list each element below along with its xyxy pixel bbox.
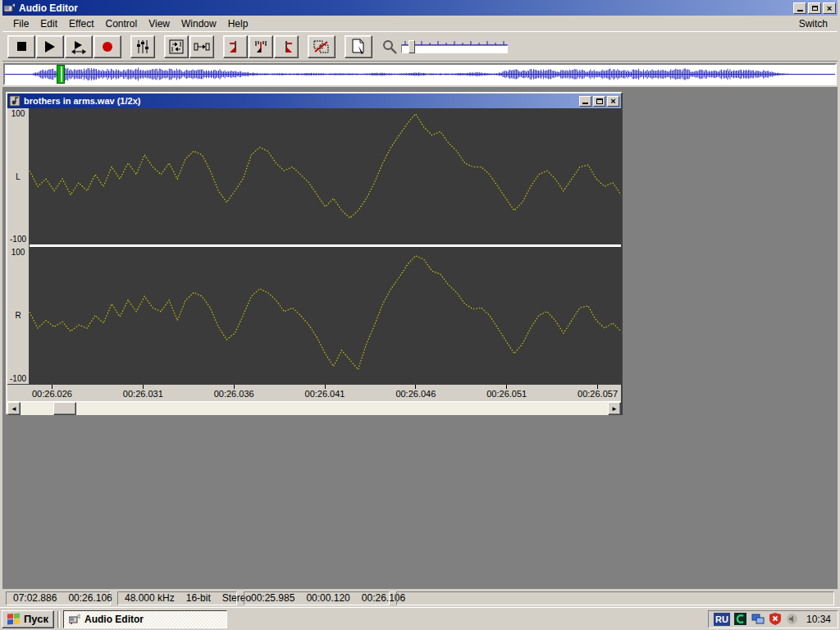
right-min-label: -100 (10, 374, 26, 383)
right-max-label: 100 (11, 248, 25, 257)
cursor-marker-button[interactable] (249, 35, 273, 58)
task-app-icon (69, 614, 80, 625)
play-icon (45, 41, 55, 52)
taskbar: Пуск Audio Editor RU (0, 607, 840, 630)
restore-button[interactable] (808, 2, 821, 14)
overview-waveform[interactable] (3, 63, 837, 85)
selection-end-marker-icon (279, 39, 294, 54)
close-button[interactable]: × (823, 2, 836, 14)
selection-end-marker-button[interactable] (274, 35, 299, 58)
screen: Audio Editor × File Edit Effect Control … (0, 0, 840, 630)
play-selection-icon (71, 39, 86, 54)
time-label: 00:26.026 (32, 389, 72, 399)
task-button-label: Audio Editor (84, 614, 144, 625)
taskbar-task-audio-editor[interactable]: Audio Editor (63, 610, 227, 628)
menu-effect[interactable]: Effect (63, 16, 99, 31)
play-button[interactable] (36, 35, 64, 58)
left-min-label: -100 (10, 235, 26, 244)
record-button[interactable] (94, 35, 121, 58)
start-button-label: Пуск (24, 613, 48, 625)
system-tray: RU 10:34 (708, 610, 838, 628)
stop-button[interactable] (7, 35, 35, 58)
selection-start-marker-icon (228, 39, 243, 54)
document-title: brothers in arms.wav (1/2x) (24, 96, 578, 106)
menu-help[interactable]: Help (222, 16, 254, 31)
volume-tray-icon[interactable] (786, 613, 799, 626)
status-bar: 07:02.886 00:26.106 48.000 kHz 16-bit St… (2, 589, 838, 607)
disable-undo-button[interactable] (308, 35, 336, 58)
scrollbar-thumb[interactable] (53, 402, 76, 415)
window-title: Audio Editor (19, 2, 792, 14)
right-channel-canvas[interactable] (30, 247, 621, 384)
language-indicator[interactable]: RU (714, 613, 730, 626)
left-channel-waveform (30, 108, 621, 244)
zoom-to-selection-icon (169, 39, 184, 54)
doc-close-button[interactable]: × (607, 96, 619, 107)
media-player-tray-icon[interactable] (734, 613, 747, 626)
doc-minimize-button[interactable] (579, 96, 591, 107)
scroll-left-button[interactable]: ◄ (7, 402, 21, 415)
zoom-to-selection-button[interactable] (164, 35, 189, 58)
play-selection-button[interactable] (65, 35, 93, 58)
menu-edit[interactable]: Edit (34, 16, 63, 31)
doc-maximize-button[interactable] (593, 96, 605, 107)
windows-logo-icon (7, 613, 21, 625)
app-icon (4, 2, 16, 14)
status-selection-length: 00:00.120 (306, 592, 349, 604)
new-file-icon (351, 39, 366, 55)
left-channel-canvas[interactable] (30, 108, 621, 244)
menu-view[interactable]: View (143, 16, 176, 31)
disable-undo-icon (313, 39, 330, 54)
left-max-label: 100 (11, 109, 25, 118)
time-label: 00:26.057 (578, 389, 618, 399)
selection-start-marker-button[interactable] (223, 35, 248, 58)
taskbar-separator (57, 611, 60, 628)
time-label: 00:26.041 (305, 389, 345, 399)
taskbar-clock: 10:34 (806, 614, 831, 625)
time-label: 00:26.051 (486, 389, 527, 399)
time-label: 00:26.031 (123, 389, 163, 399)
security-alert-tray-icon[interactable] (769, 613, 782, 626)
new-file-button[interactable] (345, 35, 372, 58)
menu-window[interactable]: Window (176, 16, 222, 31)
zoom-slider-track[interactable] (401, 45, 508, 53)
magnifier-icon (381, 39, 398, 55)
scroll-right-button[interactable]: ► (608, 402, 621, 415)
toolbar (2, 32, 838, 62)
document-window: brothers in arms.wav (1/2x) × 100 L -100… (6, 92, 623, 415)
amplitude-gutter: 100 L -100 100 R -100 (7, 108, 29, 384)
mixer-button[interactable] (130, 35, 155, 58)
menu-switch[interactable]: Switch (794, 16, 833, 31)
horizontal-scrollbar[interactable]: ◄ ► (7, 401, 621, 415)
right-channel-waveform (30, 247, 621, 384)
zoom-control (381, 39, 508, 55)
selection-window-button[interactable] (189, 35, 214, 58)
menu-file[interactable]: File (7, 16, 34, 31)
playback-cursor[interactable] (57, 65, 65, 84)
title-bar[interactable]: Audio Editor × (2, 0, 838, 16)
status-total-length: 07:02.886 (13, 592, 57, 604)
status-selection-panel: 00:25.985 00:00.120 00:26.106 (244, 591, 390, 605)
status-position-panel: 07:02.886 00:26.106 (6, 591, 111, 605)
time-ruler: 00:26.026 00:26.031 00:26.036 00:26.041 … (7, 384, 621, 401)
status-sample-rate: 48.000 kHz (125, 592, 175, 604)
zoom-slider-thumb[interactable] (409, 40, 415, 53)
start-button[interactable]: Пуск (2, 610, 54, 628)
document-title-bar[interactable]: brothers in arms.wav (1/2x) × (7, 94, 621, 108)
scrollbar-track[interactable] (21, 402, 608, 415)
right-channel-label: R (15, 311, 21, 320)
overview-waveform-plot (5, 65, 835, 84)
zoom-slider[interactable] (401, 39, 508, 55)
audio-editor-window: Audio Editor × File Edit Effect Control … (0, 0, 840, 607)
status-cursor-position: 00:26.106 (68, 592, 112, 604)
status-format-panel: 48.000 kHz 16-bit Stereo (117, 591, 237, 605)
menu-bar: File Edit Effect Control View Window Hel… (2, 16, 838, 32)
minimize-button[interactable] (793, 2, 806, 14)
status-empty-panel (396, 591, 834, 605)
record-icon (103, 42, 112, 52)
time-label: 00:26.046 (395, 389, 436, 399)
menu-control[interactable]: Control (100, 16, 144, 31)
left-channel-label: L (16, 172, 21, 181)
network-tray-icon[interactable] (751, 613, 765, 626)
status-bit-depth: 16-bit (186, 592, 211, 604)
